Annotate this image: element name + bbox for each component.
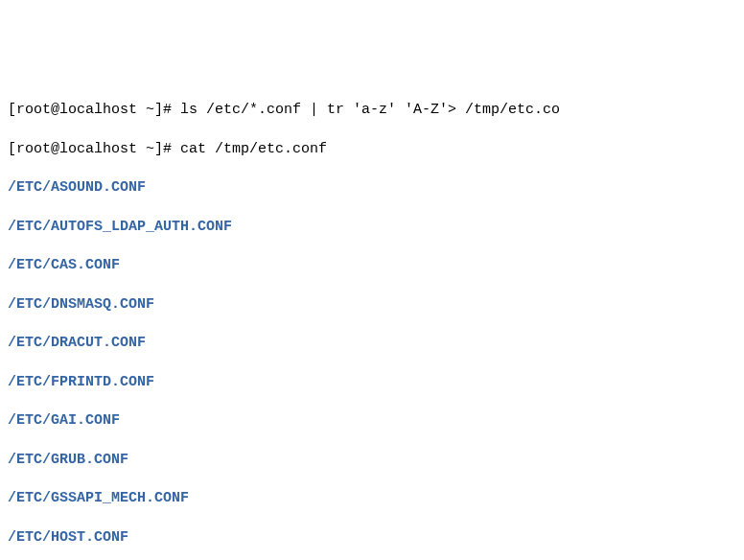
output-line: /ETC/DNSMASQ.CONF — [8, 295, 736, 315]
command-line-1: [root@localhost ~]# ls /etc/*.conf | tr … — [8, 101, 736, 120]
output-line: /ETC/HOST.CONF — [8, 528, 736, 548]
output-line: /ETC/CAS.CONF — [8, 256, 736, 275]
output-line: /ETC/FPRINTD.CONF — [8, 373, 736, 392]
output-line: /ETC/AUTOFS_LDAP_AUTH.CONF — [8, 218, 736, 237]
output-line: /ETC/DRACUT.CONF — [8, 334, 736, 353]
shell-command: ls /etc/*.conf | tr 'a-z' 'A-Z'> /tmp/et… — [180, 101, 560, 120]
output-line: /ETC/GAI.CONF — [8, 411, 736, 431]
command-line-2: [root@localhost ~]# cat /tmp/etc.conf — [8, 140, 736, 159]
terminal-output[interactable]: [root@localhost ~]# ls /etc/*.conf | tr … — [8, 82, 736, 560]
shell-prompt: [root@localhost ~]# — [8, 101, 180, 120]
output-line: /ETC/GRUB.CONF — [8, 451, 736, 470]
shell-command: cat /tmp/etc.conf — [180, 140, 327, 159]
shell-prompt: [root@localhost ~]# — [8, 140, 180, 159]
output-line: /ETC/GSSAPI_MECH.CONF — [8, 489, 736, 508]
output-line: /ETC/ASOUND.CONF — [8, 178, 736, 198]
